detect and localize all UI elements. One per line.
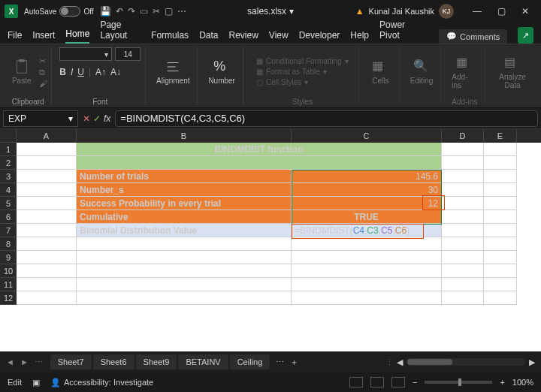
normal-view-icon[interactable] (349, 377, 363, 387)
format-painter-icon[interactable]: 🖌 (39, 79, 47, 88)
cell-c4[interactable]: 30 (292, 183, 442, 197)
row-header[interactable]: 2 (0, 156, 17, 170)
cell-b3[interactable]: Number of trials (77, 170, 292, 183)
alignment-button[interactable]: Alignment (153, 57, 192, 86)
col-header-a[interactable]: A (17, 129, 77, 143)
avatar[interactable]: KJ (439, 4, 454, 19)
row-header[interactable]: 4 (0, 183, 17, 197)
row-header[interactable]: 9 (0, 251, 17, 264)
format-as-table-button[interactable]: ▦Format as Table▾ (256, 68, 327, 76)
col-header-d[interactable]: D (442, 129, 484, 143)
cell-b4[interactable]: Number_s (77, 183, 292, 197)
prev-sheet-icon[interactable]: ◄ (6, 357, 14, 367)
tab-home[interactable]: Home (65, 26, 89, 44)
new-sheet-icon[interactable]: ＋ (290, 357, 298, 368)
cells-button[interactable]: ▦Cells (369, 57, 391, 86)
italic-button[interactable]: I (71, 67, 73, 77)
col-header-c[interactable]: C (292, 129, 442, 143)
new-icon[interactable]: ▢ (165, 6, 173, 17)
zoom-in-icon[interactable]: + (500, 378, 504, 387)
hscrollbar[interactable] (406, 358, 526, 366)
cell-c6[interactable]: TRUE (292, 210, 442, 224)
page-layout-view-icon[interactable] (370, 377, 384, 387)
comments-button[interactable]: 💬 Comments (439, 29, 507, 44)
stats-icon[interactable]: ▣ (32, 378, 40, 387)
row-header[interactable]: 3 (0, 170, 17, 183)
cell-c3[interactable]: 145.6 (292, 170, 442, 183)
bold-button[interactable]: B (59, 67, 66, 77)
select-all-button[interactable] (0, 129, 17, 143)
tab-view[interactable]: View (269, 27, 289, 44)
row-header[interactable]: 10 (0, 264, 17, 278)
more-icon[interactable]: ⋯ (177, 6, 186, 17)
autosave[interactable]: AutoSave Off (24, 6, 94, 17)
col-header-e[interactable]: E (484, 129, 517, 143)
underline-button[interactable]: U (77, 67, 84, 77)
decrease-font-icon[interactable]: A↓ (110, 67, 121, 77)
cell[interactable] (17, 143, 77, 156)
undo-icon[interactable]: ↶ (116, 6, 123, 17)
cell-c5[interactable]: 12 (292, 197, 442, 210)
cell-c7-active[interactable]: =BINOMDIST(C4,C3,C5,C6) (292, 224, 442, 237)
copy-icon[interactable]: ⧉ (39, 68, 47, 77)
cell-styles-button[interactable]: ▢Cell Styles▾ (256, 78, 308, 86)
page-break-view-icon[interactable] (391, 377, 405, 387)
tab-page-layout[interactable]: Page Layout (100, 17, 141, 44)
cut-icon[interactable]: ✂ (39, 56, 47, 66)
column-headers[interactable]: A B C D E (17, 129, 541, 143)
share-button[interactable]: ↗ (518, 27, 533, 44)
maximize-button[interactable]: ▢ (490, 2, 512, 20)
col-header-b[interactable]: B (77, 129, 292, 143)
number-format-button[interactable]: % Number (205, 57, 238, 86)
cell-title[interactable]: BINOMDIST function (77, 143, 442, 156)
tab-formulas[interactable]: Formulas (151, 27, 189, 44)
warning-icon[interactable]: ▲ (355, 6, 364, 17)
fx-icon[interactable]: fx (104, 113, 110, 124)
hscroll-thumb[interactable] (407, 359, 452, 365)
analyze-data-button[interactable]: ▤Analyze Data (493, 53, 532, 91)
tab-review[interactable]: Review (228, 27, 258, 44)
tab-sheet9[interactable]: Sheet9 (136, 354, 177, 369)
more-sheets-icon[interactable]: ⋯ (35, 357, 43, 367)
row-header[interactable]: 11 (0, 278, 17, 291)
cell-b7[interactable]: Binomial Distribution Value (77, 224, 292, 237)
editing-button[interactable]: 🔍Editing (407, 57, 437, 86)
increase-font-icon[interactable]: A↑ (95, 67, 106, 77)
tab-help[interactable]: Help (350, 27, 369, 44)
touch-icon[interactable]: ▭ (140, 6, 148, 17)
row-headers[interactable]: 1 2 3 4 5 6 7 8 9 10 11 12 (0, 143, 17, 305)
redo-icon[interactable]: ↷ (128, 6, 135, 17)
zoom-slider[interactable] (425, 381, 492, 384)
cut-icon[interactable]: ✂ (153, 6, 160, 17)
tab-sheet7[interactable]: Sheet7 (50, 354, 92, 369)
cancel-formula-icon[interactable]: ✕ (83, 113, 90, 124)
font-name-combo[interactable]: ▾ (59, 47, 112, 61)
tab-file[interactable]: File (8, 27, 22, 44)
cells[interactable]: BINOMDIST function Number of trials145.6… (17, 143, 541, 351)
conditional-formatting-button[interactable]: ▦Conditional Formatting▾ (256, 57, 349, 65)
row-header[interactable]: 5 (0, 197, 17, 210)
more-sheets-icon[interactable]: ⋯ (271, 357, 289, 367)
row-header[interactable]: 1 (0, 143, 17, 156)
font-size-combo[interactable]: 14 (115, 47, 141, 61)
minimize-button[interactable]: — (466, 2, 488, 20)
accept-formula-icon[interactable]: ✓ (93, 113, 101, 124)
row-header[interactable]: 6 (0, 210, 17, 224)
worksheet[interactable]: A B C D E 1 2 3 4 5 6 7 8 9 10 11 12 BIN… (0, 129, 541, 351)
accessibility-status[interactable]: 👤 Accessibility: Investigate (50, 378, 153, 387)
autosave-toggle[interactable] (59, 6, 80, 17)
tab-power-pivot[interactable]: Power Pivot (379, 17, 418, 44)
tab-developer[interactable]: Developer (299, 27, 340, 44)
row-header[interactable]: 7 (0, 224, 17, 237)
row-header[interactable]: 8 (0, 237, 17, 251)
tab-betainv[interactable]: BETAINV (178, 354, 228, 369)
row-header[interactable]: 12 (0, 291, 17, 305)
tab-sheet6[interactable]: Sheet6 (93, 354, 134, 369)
tab-ceiling[interactable]: Ceiling (230, 354, 270, 369)
file-name[interactable]: sales.xlsx ▾ (192, 6, 349, 17)
cell-b5[interactable]: Success Probability in every trial (77, 197, 292, 210)
paste-button[interactable]: Paste (9, 57, 35, 86)
zoom-level[interactable]: 100% (512, 378, 533, 387)
close-button[interactable]: ✕ (514, 2, 536, 20)
addins-button[interactable]: ▦Add-ins (449, 53, 480, 91)
